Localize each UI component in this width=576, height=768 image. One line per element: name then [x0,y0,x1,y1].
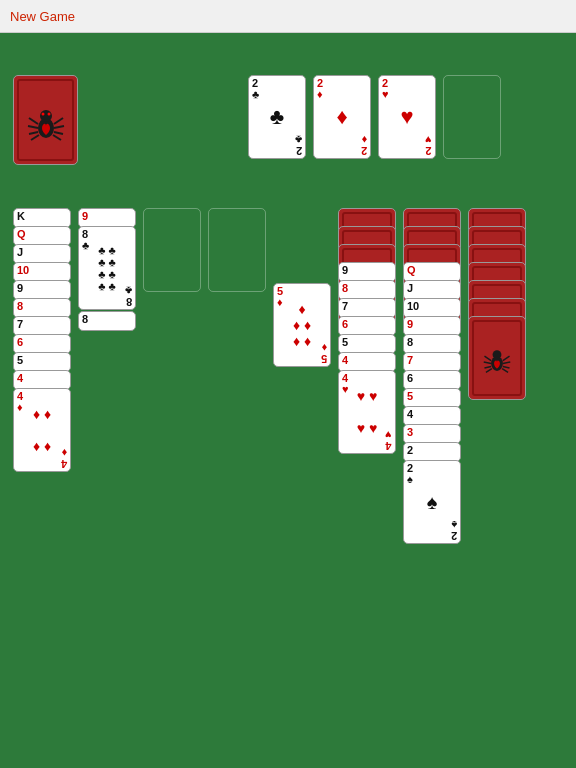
playing-card[interactable]: 5 [338,334,396,354]
svg-line-137 [486,369,492,373]
playing-card[interactable]: 4 [13,370,71,390]
playing-card[interactable]: 8 [338,280,396,300]
playing-card[interactable]: 6 [13,334,71,354]
svg-line-9 [53,135,61,140]
deck-pile[interactable] [13,75,78,165]
playing-card[interactable]: J [13,244,71,264]
playing-card[interactable]: 7 [13,316,71,336]
game-area: 2♣♣2♣2♦♦2♦2♥♥2♥KQJ109876544♦♦ ♦♦ ♦4♦98♣♣… [0,33,576,768]
playing-card[interactable]: 9 [338,262,396,282]
playing-card[interactable]: 8 [13,298,71,318]
svg-line-136 [484,366,491,367]
svg-line-4 [29,132,38,134]
playing-card[interactable]: 3 [403,424,461,444]
svg-point-133 [493,350,502,359]
svg-line-138 [503,356,510,360]
svg-line-3 [28,126,38,128]
playing-card[interactable]: 8♣♣ ♣♣ ♣♣ ♣♣ ♣8♣ [78,226,136,310]
playing-card[interactable]: K [13,208,71,228]
svg-line-7 [54,126,64,128]
svg-line-140 [503,366,510,367]
svg-line-135 [484,362,491,363]
empty-column-slot [143,208,201,292]
playing-card[interactable]: 4♥♥ ♥♥ ♥4♥ [338,370,396,454]
playing-card[interactable]: 8 [78,311,136,331]
playing-card[interactable]: 7 [403,352,461,372]
svg-line-8 [54,132,63,134]
svg-line-2 [29,118,38,124]
playing-card[interactable]: 4 [403,406,461,426]
svg-point-1 [40,110,52,122]
playing-card[interactable]: 9 [78,208,136,228]
svg-line-5 [31,135,39,140]
playing-card[interactable]: 2♠♠2♠ [403,460,461,544]
playing-card[interactable]: 9 [13,280,71,300]
playing-card[interactable]: Q [13,226,71,246]
playing-card[interactable]: 4 [338,352,396,372]
playing-card[interactable]: 2 [403,442,461,462]
foundation-card: 2♣♣2♣ [248,75,306,159]
card-back [468,316,526,400]
playing-card[interactable]: 7 [338,298,396,318]
playing-card[interactable]: 10 [13,262,71,282]
svg-line-141 [502,369,508,373]
playing-card[interactable]: 6 [338,316,396,336]
svg-line-6 [54,118,63,124]
foundation-card: 2♥♥2♥ [378,75,436,159]
svg-line-134 [484,356,491,360]
new-game-button[interactable]: New Game [10,9,75,24]
empty-column-slot [208,208,266,292]
playing-card[interactable]: 5♦♦♦ ♦♦ ♦5♦ [273,283,331,367]
svg-point-10 [41,112,44,115]
svg-line-139 [503,362,510,363]
playing-card[interactable]: 10 [403,298,461,318]
playing-card[interactable]: 4♦♦ ♦♦ ♦4♦ [13,388,71,472]
playing-card[interactable]: 5 [13,352,71,372]
playing-card[interactable]: Q [403,262,461,282]
foundation-card: 2♦♦2♦ [313,75,371,159]
empty-foundation-slot [443,75,501,159]
toolbar: New Game [0,0,576,33]
playing-card[interactable]: 6 [403,370,461,390]
playing-card[interactable]: 5 [403,388,461,408]
playing-card[interactable]: J [403,280,461,300]
playing-card[interactable]: 9 [403,316,461,336]
svg-point-11 [47,112,50,115]
playing-card[interactable]: 8 [403,334,461,354]
